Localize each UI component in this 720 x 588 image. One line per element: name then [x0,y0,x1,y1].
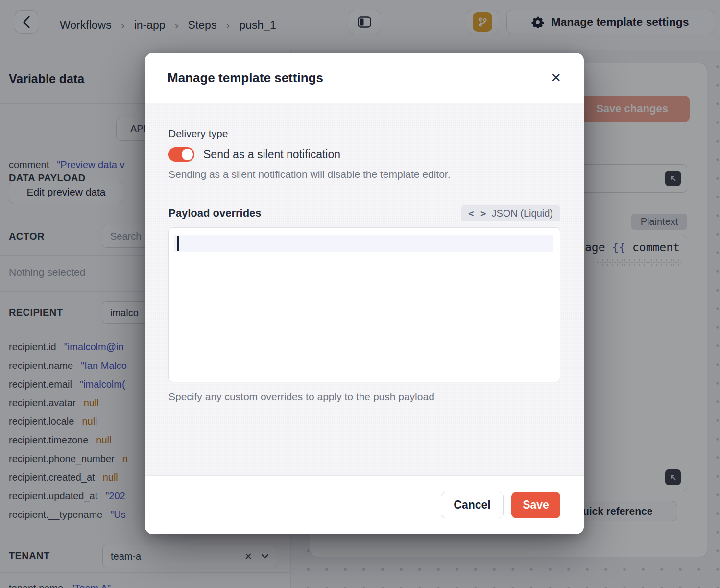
overrides-helper-text: Specify any custom overrides to apply to… [168,391,560,403]
editor-active-line [174,235,553,252]
manage-template-settings-modal: Manage template settings ✕ Delivery type… [145,53,584,534]
toggle-knob [182,149,193,160]
save-button[interactable]: Save [511,492,560,518]
editor-caret [177,236,179,251]
modal-title: Manage template settings [168,71,323,86]
modal-header: Manage template settings ✕ [145,53,584,103]
payload-overrides-header: Payload overrides < > JSON (Liquid) [168,205,560,221]
save-label: Save [523,498,549,512]
json-liquid-badge: < > JSON (Liquid) [461,205,560,221]
modal-footer: Cancel Save [145,475,584,534]
silent-notification-row: Send as a silent notification [168,147,560,162]
delivery-helper-text: Sending as a silent notification will di… [168,169,560,180]
cancel-label: Cancel [454,498,490,512]
payload-overrides-heading: Payload overrides [168,207,262,220]
json-liquid-label: JSON (Liquid) [491,208,553,219]
modal-body: Delivery type Send as a silent notificat… [145,103,584,475]
delivery-type-heading: Delivery type [168,128,560,140]
code-brackets-icon: < > [468,208,486,219]
cancel-button[interactable]: Cancel [441,492,504,518]
payload-overrides-editor[interactable] [168,227,560,382]
silent-notification-label: Send as a silent notification [203,148,340,161]
silent-notification-toggle[interactable] [168,147,194,162]
close-icon[interactable]: ✕ [551,72,561,84]
